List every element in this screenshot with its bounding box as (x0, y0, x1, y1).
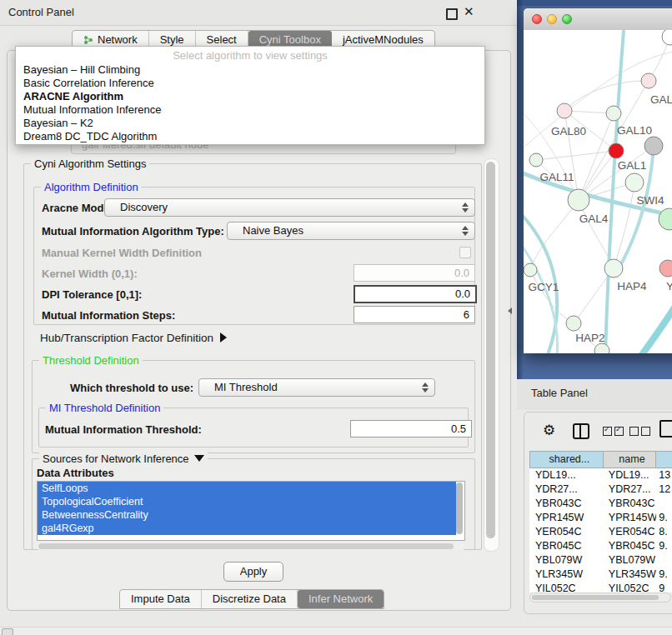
apply-button[interactable]: Apply (223, 562, 283, 582)
table-hscrollbar-thumb[interactable] (532, 595, 659, 600)
network-edge[interactable] (536, 151, 616, 160)
network-view-window: GAL7GAL80GAL10GAL11GAL1SWI4GAL4GCY1HAP4Y… (524, 8, 672, 353)
settings-scrollbar[interactable] (484, 158, 499, 552)
algorithm-option[interactable]: Dream8 DC_TDC Algorithm (16, 130, 484, 143)
sources-title: Sources for Network Inference (43, 452, 189, 465)
network-canvas[interactable]: GAL7GAL80GAL10GAL11GAL1SWI4GAL4GCY1HAP4Y… (524, 30, 672, 353)
manual-kernel-checkbox[interactable] (459, 247, 471, 258)
float-window-icon[interactable] (446, 8, 458, 20)
network-node-hap2[interactable] (566, 316, 581, 331)
node-label: HAP2 (575, 332, 604, 344)
deselect-all-checkboxes-icon[interactable] (629, 427, 650, 436)
table-row[interactable]: YIL052CYIL052C9 (529, 582, 672, 592)
tab-impute-data[interactable]: Impute Data (120, 590, 202, 608)
algorithm-option[interactable]: Bayesian – Hill Climbing (16, 63, 484, 77)
control-panel-titlebar: Control Panel ✕ (0, 0, 517, 26)
which-threshold-select[interactable]: MI Threshold (198, 378, 435, 397)
mi-threshold-field[interactable]: 0.5 (350, 420, 472, 438)
attributes-scrollbar-thumb[interactable] (456, 482, 463, 534)
tab-infer-network[interactable]: Infer Network (298, 590, 384, 608)
select-all-checkboxes-icon[interactable] (603, 427, 624, 436)
node-label: GAL1 (618, 159, 647, 172)
network-edge[interactable] (530, 270, 574, 323)
close-icon[interactable]: ✕ (464, 4, 474, 19)
window-title: Control Panel (8, 0, 74, 25)
algorithm-option[interactable]: ARACNE Algorithm (16, 90, 484, 103)
table-cell: YBR045C (529, 539, 604, 553)
table-cell: YLR345W (529, 568, 604, 582)
network-node[interactable] (662, 30, 672, 45)
network-edge[interactable] (564, 81, 649, 111)
aracne-mode-select[interactable]: Discovery (104, 198, 475, 217)
algorithm-definition-title: Algorithm Definition (41, 181, 142, 193)
kernel-width-field[interactable]: 0.0 (354, 264, 475, 282)
network-icon (83, 35, 93, 45)
network-graph: GAL7GAL80GAL10GAL11GAL1SWI4GAL4GCY1HAP4Y… (524, 30, 672, 353)
close-traffic-light-icon[interactable] (532, 14, 542, 24)
attribute-item[interactable]: BetweennessCentrality (38, 508, 456, 522)
table-row[interactable]: YBL079WYBL079W (529, 553, 672, 568)
network-node-y[interactable] (659, 260, 672, 277)
algorithm-option[interactable]: Bayesian – K2 (16, 117, 484, 130)
table-row[interactable]: YDR27...YDR27...12 (529, 482, 672, 497)
dpi-tolerance-label: DPI Tolerance [0,1]: (42, 288, 142, 301)
network-node-gal4[interactable] (568, 189, 589, 211)
network-window-titlebar[interactable] (524, 8, 672, 31)
table-row[interactable]: YBR045CYBR045C9. (529, 539, 672, 553)
node-label: GCY1 (529, 281, 559, 293)
table-cell: YBL079W (529, 553, 604, 568)
table-row[interactable]: YLR345WYLR345W9. (529, 568, 672, 582)
data-attributes-list[interactable]: SelfLoopsTopologicalCoefficientBetweenne… (37, 481, 465, 541)
network-edge[interactable] (605, 30, 624, 353)
algorithm-option[interactable]: Mutual Information Inference (16, 103, 484, 117)
mi-type-select[interactable]: Naive Bayes (227, 222, 475, 240)
columns-icon[interactable] (573, 423, 589, 439)
algorithm-list: Bayesian – Hill ClimbingBasic Correlatio… (16, 63, 484, 143)
network-node-hap4[interactable] (604, 259, 623, 278)
table-cell: YDL19... (529, 468, 604, 482)
table-toolbar: ⚙ (524, 412, 672, 449)
network-node[interactable] (644, 137, 663, 155)
table-row[interactable]: YBR043CYBR043C (529, 497, 672, 511)
column-header[interactable]: name (604, 451, 656, 468)
column-header[interactable]: shared... (529, 451, 604, 468)
cyni-mode-tabs: Impute DataDiscretize DataInfer Network (119, 589, 384, 609)
attribute-item[interactable]: gal4RGexp (38, 522, 456, 535)
attribute-item[interactable]: SelfLoops (38, 482, 456, 495)
table-row[interactable]: YDL19...YDL19...13 (529, 468, 672, 482)
gear-icon[interactable]: ⚙ (543, 422, 555, 438)
sources-expander[interactable]: Sources for Network Inference (39, 452, 208, 465)
hub-factor-expander[interactable]: Hub/Transcription Factor Definition (40, 332, 227, 344)
panel-collapse-icon[interactable] (508, 308, 512, 314)
network-node-gal7[interactable] (641, 73, 656, 88)
column-header[interactable] (656, 451, 672, 468)
settings-scrollbar-thumb[interactable] (486, 162, 495, 538)
minimized-panel-icon[interactable] (2, 628, 13, 635)
table-hscrollbar[interactable] (529, 592, 671, 602)
node-label: GAL80 (551, 125, 586, 138)
attribute-item[interactable]: TopologicalCoefficient (38, 495, 456, 508)
table-cell: YPR145W (604, 511, 656, 525)
network-node-gal1[interactable] (625, 173, 644, 192)
export-table-icon[interactable] (659, 420, 672, 438)
mi-type-label: Mutual Information Algorithm Type: (42, 225, 224, 238)
attributes-hscrollbar[interactable] (37, 542, 465, 550)
table-row[interactable]: YER054CYER054C8. (529, 525, 672, 539)
mi-steps-label: Mutual Information Steps: (42, 309, 175, 322)
node-label: GAL7 (650, 93, 672, 106)
attributes-hscrollbar-thumb[interactable] (38, 543, 454, 549)
network-node-gal11[interactable] (529, 153, 543, 167)
network-node[interactable] (609, 143, 624, 158)
algorithm-option[interactable]: Basic Correlation Inference (16, 77, 484, 90)
network-node-gcy1[interactable] (524, 263, 537, 277)
mi-steps-field[interactable]: 6 (354, 306, 475, 323)
tab-discretize-data[interactable]: Discretize Data (202, 590, 298, 608)
network-node-gal10[interactable] (606, 106, 621, 121)
table-row[interactable]: YPR145WYPR145W9. (529, 511, 672, 525)
kernel-width-label: Kernel Width (0,1): (42, 268, 138, 280)
zoom-traffic-light-icon[interactable] (562, 14, 572, 24)
network-node-gal80[interactable] (557, 103, 572, 118)
dpi-tolerance-field[interactable]: 0.0 (354, 285, 477, 303)
minimize-traffic-light-icon[interactable] (547, 14, 557, 24)
table-cell: 9. (656, 539, 672, 553)
